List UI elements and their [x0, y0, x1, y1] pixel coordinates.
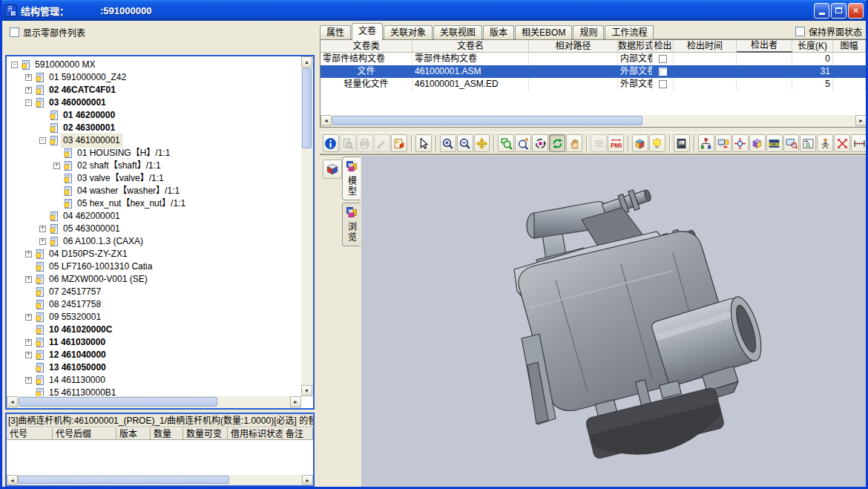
scroll-down-icon[interactable]: ▼: [301, 385, 312, 396]
column-header[interactable]: 文卷类: [320, 40, 412, 53]
expand-icon[interactable]: +: [25, 377, 32, 384]
tree-vscroll-thumb[interactable]: [302, 68, 312, 148]
tree-item[interactable]: +06 MZXW000-V001 (SE): [7, 273, 301, 286]
scroll-right-icon[interactable]: ►: [290, 396, 301, 407]
expand-icon[interactable]: +: [39, 226, 46, 232]
replacement-hscroll-thumb[interactable]: [18, 476, 229, 484]
column-header[interactable]: 检出者: [737, 40, 792, 53]
info-icon[interactable]: [323, 134, 339, 152]
tree-item[interactable]: +14 461130000: [7, 374, 301, 387]
scroll-right-icon[interactable]: ►: [855, 115, 867, 126]
expand-icon[interactable]: +: [53, 163, 60, 169]
tree-hscroll-thumb[interactable]: [19, 397, 217, 407]
rotate-around-point-icon[interactable]: [532, 134, 548, 152]
tree-item[interactable]: +02 46CATC4F01: [7, 84, 301, 96]
pmi-display-icon[interactable]: PMI: [608, 134, 624, 152]
tree-item[interactable]: +12 461040000: [7, 349, 301, 361]
tree-item[interactable]: -591000000 MX: [7, 59, 301, 71]
view-style-cube-icon[interactable]: [632, 134, 648, 152]
tab-规则[interactable]: 规则: [573, 25, 604, 40]
zoom-dynamic-icon[interactable]: [515, 134, 531, 152]
document-row[interactable]: 零部件结构文卷零部件结构文卷内部文卷0: [320, 53, 867, 65]
replacement-column-header[interactable]: 代号后缀: [53, 427, 116, 440]
expand-icon[interactable]: +: [25, 352, 32, 358]
keep-ui-checkbox[interactable]: 保持界面状态: [795, 25, 862, 38]
tree-item[interactable]: -03 461000001: [7, 134, 301, 147]
checked-out-cell[interactable]: [653, 65, 674, 78]
expand-icon[interactable]: +: [25, 251, 32, 257]
bom-view-icon[interactable]: BOM: [766, 134, 783, 152]
tree-item[interactable]: -03 460000001: [7, 96, 301, 109]
tree-list-icon[interactable]: [800, 134, 816, 152]
rotate-view-icon[interactable]: [549, 134, 565, 152]
tree-vertical-scrollbar[interactable]: ▲ ▼: [301, 56, 313, 396]
tree-horizontal-scrollbar[interactable]: ◄ ►: [7, 396, 301, 408]
expand-icon[interactable]: +: [25, 74, 32, 81]
column-header[interactable]: 检出: [653, 40, 674, 53]
model-box-icon[interactable]: [749, 134, 766, 152]
scroll-left-icon[interactable]: ◄: [7, 396, 18, 407]
viewer-tab-浏览[interactable]: M浏览: [342, 203, 361, 246]
tab-关联视图[interactable]: 关联视图: [433, 25, 482, 40]
tab-属性[interactable]: 属性: [320, 25, 351, 40]
column-header[interactable]: 数据形式: [618, 40, 653, 53]
checked-out-cell[interactable]: [653, 78, 674, 91]
tree-item[interactable]: 03 valve【valve】/1:1: [7, 172, 301, 185]
manikin-icon[interactable]: [817, 134, 833, 152]
titlebar[interactable]: 开目 结构管理： :591000000 ✕: [0, 0, 868, 21]
fit-extents-icon[interactable]: [834, 134, 850, 152]
minimize-button[interactable]: [814, 3, 829, 19]
axis-cube-button[interactable]: [323, 160, 342, 179]
tree-item[interactable]: 08 24517758: [7, 298, 301, 311]
show-parts-checkbox-box[interactable]: [10, 27, 19, 37]
documents-hscroll-thumb[interactable]: [332, 116, 642, 125]
tab-文卷[interactable]: 文卷: [352, 23, 383, 40]
document-row[interactable]: 文件461000001.ASM外部文卷31: [320, 65, 867, 78]
scroll-up-icon[interactable]: ▲: [301, 56, 312, 68]
tab-工作流程[interactable]: 工作流程: [605, 25, 654, 40]
expand-icon[interactable]: +: [39, 238, 46, 245]
replacement-column-header[interactable]: 数量可变: [183, 427, 228, 440]
checked-out-checkbox[interactable]: [659, 80, 667, 88]
measure-icon[interactable]: [851, 134, 867, 152]
tree-item[interactable]: 10 461020000C: [7, 324, 301, 336]
scroll-left-icon[interactable]: ◄: [320, 115, 332, 126]
tree-item[interactable]: 13 461050000: [7, 361, 301, 374]
keep-ui-checkbox-box[interactable]: [795, 27, 805, 36]
pan-hand-icon[interactable]: [566, 134, 582, 152]
collapse-icon[interactable]: -: [11, 62, 18, 68]
replacement-column-header[interactable]: 备注: [283, 427, 313, 440]
tab-版本[interactable]: 版本: [483, 25, 514, 40]
expand-icon[interactable]: +: [25, 276, 32, 283]
column-header[interactable]: 文卷名: [412, 40, 529, 53]
3d-part-model[interactable]: [361, 156, 866, 487]
column-header[interactable]: 检出时间: [674, 40, 737, 53]
tab-相关EBOM[interactable]: 相关EBOM: [515, 25, 572, 40]
tree-item[interactable]: 05 LF7160-1001310 Catia: [7, 260, 301, 273]
send-to-desktop-icon[interactable]: [715, 134, 731, 152]
maximize-button[interactable]: [831, 3, 846, 19]
checked-out-checkbox[interactable]: [659, 55, 667, 63]
collapse-icon[interactable]: -: [25, 99, 32, 106]
zoom-window-icon[interactable]: [498, 134, 514, 152]
tree-item[interactable]: 07 24517757: [7, 286, 301, 298]
tree-item[interactable]: 01 46200000: [7, 109, 301, 122]
report-notebook-icon[interactable]: [674, 134, 690, 152]
explode-view-icon[interactable]: [732, 134, 749, 152]
viewer-tab-模型[interactable]: M模型: [342, 157, 361, 200]
pan-arrows-icon[interactable]: [474, 134, 490, 152]
replacement-horizontal-scrollbar[interactable]: ◄ ►: [7, 475, 313, 485]
scroll-right-icon[interactable]: ►: [302, 475, 313, 485]
tree-item[interactable]: +04 D150PS-ZY-ZX1: [7, 248, 301, 260]
zoom-in-icon[interactable]: [440, 134, 456, 152]
screen-search-icon[interactable]: [783, 134, 800, 152]
column-header[interactable]: 长度(K): [792, 40, 833, 53]
lighting-icon[interactable]: [649, 134, 665, 152]
replacement-column-header[interactable]: 版本: [116, 427, 151, 440]
tree-item[interactable]: 04 462000001: [7, 210, 301, 223]
tab-关联对象[interactable]: 关联对象: [384, 25, 433, 40]
tree-item[interactable]: +02 shaft【shaft】/1:1: [7, 160, 301, 172]
expand-icon[interactable]: +: [25, 339, 32, 346]
documents-horizontal-scrollbar[interactable]: ◄ ►: [320, 115, 867, 127]
replacement-column-header[interactable]: 代号: [7, 427, 53, 440]
